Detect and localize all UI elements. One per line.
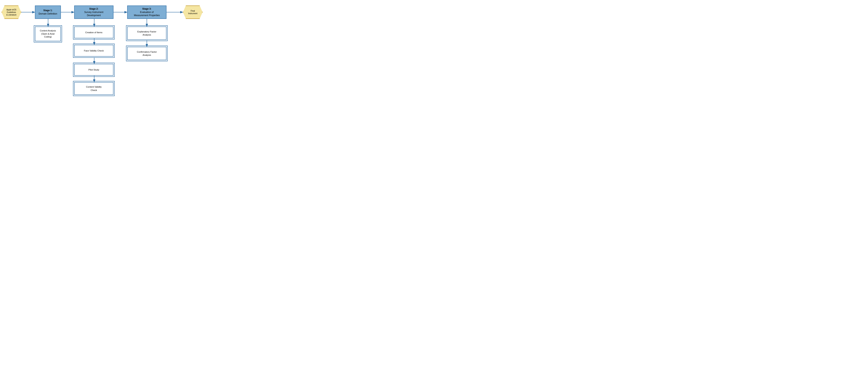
stage3-subtitle: Evaluation ofMeasurement Properties [134, 10, 160, 17]
stage1-subtitle: Domain Definition [39, 12, 57, 16]
input-hex-label: Apple tvOS Guidelines & Literature [6, 8, 17, 16]
flowchart-diagram: Apple tvOS Guidelines & Literature Stage… [0, 0, 217, 97]
creation-items-box: Creation of Items [74, 27, 114, 38]
output-hexagon: Final Instrument [183, 5, 203, 19]
content-analysis-box: Content Analysis(Open & AxialCoding) [35, 27, 61, 41]
content-validity-label: Content ValidityCheck [86, 85, 102, 92]
pilot-study-label: Pilot Study [89, 68, 99, 71]
stage1-box: Stage 1: Domain Definition [35, 5, 61, 19]
content-validity-box: Content ValidityCheck [74, 82, 114, 95]
explanatory-factor-label: Explanatory FactorAnalysis [137, 30, 156, 36]
face-validity-box: Face Validity Check [74, 45, 114, 57]
content-analysis-label: Content Analysis(Open & AxialCoding) [40, 29, 56, 38]
stage2-subtitle: Survey InstrumentDevelopment [84, 10, 103, 17]
confirmatory-factor-label: Confirmatory FactorAnalysis [137, 50, 157, 57]
stage1-title: Stage 1: [39, 9, 57, 12]
face-validity-label: Face Validity Check [84, 49, 104, 52]
input-hexagon: Apple tvOS Guidelines & Literature [2, 5, 21, 19]
stage3-box: Stage 3: Evaluation ofMeasurement Proper… [127, 5, 166, 19]
output-hex-label: Final Instrument [188, 10, 197, 15]
explanatory-factor-box: Explanatory FactorAnalysis [127, 27, 166, 40]
stage3-title: Stage 3: [134, 7, 160, 10]
stage2-title: Stage 2: [84, 7, 103, 10]
stage2-box: Stage 2: Survey InstrumentDevelopment [74, 5, 114, 19]
creation-items-label: Creation of Items [85, 31, 102, 34]
pilot-study-box: Pilot Study [74, 64, 114, 76]
confirmatory-factor-box: Confirmatory FactorAnalysis [127, 47, 166, 60]
